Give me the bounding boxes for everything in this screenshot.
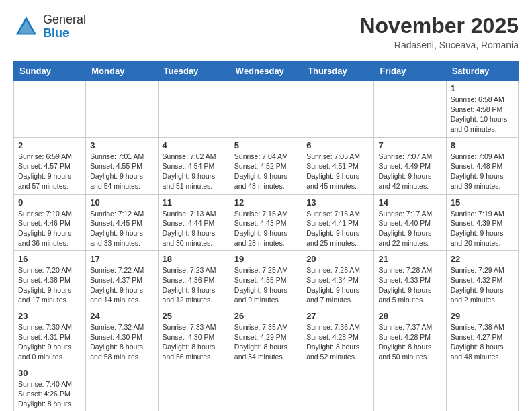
day-info: Sunrise: 7:32 AM Sunset: 4:30 PM Dayligh… xyxy=(90,322,153,362)
day-number: 30 xyxy=(18,368,81,378)
col-header-wednesday: Wednesday xyxy=(230,62,302,81)
calendar-cell: 1Sunrise: 6:58 AM Sunset: 4:58 PM Daylig… xyxy=(446,81,518,138)
calendar-cell xyxy=(374,365,446,411)
calendar-cell xyxy=(158,365,230,411)
day-number: 29 xyxy=(451,311,514,321)
day-info: Sunrise: 6:59 AM Sunset: 4:57 PM Dayligh… xyxy=(18,152,81,191)
day-info: Sunrise: 7:05 AM Sunset: 4:51 PM Dayligh… xyxy=(306,152,369,191)
logo-icon xyxy=(13,14,39,40)
week-row-1: 1Sunrise: 6:58 AM Sunset: 4:58 PM Daylig… xyxy=(14,81,519,138)
calendar-cell xyxy=(230,81,302,138)
week-row-5: 23Sunrise: 7:30 AM Sunset: 4:31 PM Dayli… xyxy=(14,308,519,365)
calendar-cell xyxy=(446,365,518,411)
day-info: Sunrise: 7:35 AM Sunset: 4:29 PM Dayligh… xyxy=(234,322,298,362)
day-number: 19 xyxy=(234,254,298,264)
calendar-cell: 11Sunrise: 7:13 AM Sunset: 4:44 PM Dayli… xyxy=(158,194,230,251)
day-info: Sunrise: 7:02 AM Sunset: 4:54 PM Dayligh… xyxy=(163,152,226,191)
day-info: Sunrise: 7:01 AM Sunset: 4:55 PM Dayligh… xyxy=(90,152,153,191)
day-info: Sunrise: 7:20 AM Sunset: 4:38 PM Dayligh… xyxy=(18,265,81,305)
calendar-cell: 17Sunrise: 7:22 AM Sunset: 4:37 PM Dayli… xyxy=(86,251,158,308)
calendar-cell: 26Sunrise: 7:35 AM Sunset: 4:29 PM Dayli… xyxy=(230,308,302,365)
calendar-cell: 25Sunrise: 7:33 AM Sunset: 4:30 PM Dayli… xyxy=(158,308,230,365)
calendar-cell xyxy=(14,81,86,138)
day-info: Sunrise: 7:37 AM Sunset: 4:28 PM Dayligh… xyxy=(378,322,441,362)
col-header-saturday: Saturday xyxy=(446,62,518,81)
day-info: Sunrise: 7:17 AM Sunset: 4:40 PM Dayligh… xyxy=(378,209,441,248)
calendar-cell: 22Sunrise: 7:29 AM Sunset: 4:32 PM Dayli… xyxy=(446,251,518,308)
page-header: General Blue November 2025 Radaseni, Suc… xyxy=(13,13,519,50)
day-number: 16 xyxy=(18,254,81,264)
calendar-cell: 18Sunrise: 7:23 AM Sunset: 4:36 PM Dayli… xyxy=(158,251,230,308)
day-number: 27 xyxy=(306,311,369,321)
day-info: Sunrise: 7:40 AM Sunset: 4:26 PM Dayligh… xyxy=(18,379,81,411)
day-info: Sunrise: 7:22 AM Sunset: 4:37 PM Dayligh… xyxy=(90,265,153,305)
calendar-cell: 21Sunrise: 7:28 AM Sunset: 4:33 PM Dayli… xyxy=(374,251,446,308)
day-info: Sunrise: 6:58 AM Sunset: 4:58 PM Dayligh… xyxy=(451,95,514,134)
calendar-header-row: SundayMondayTuesdayWednesdayThursdayFrid… xyxy=(14,62,519,81)
day-number: 7 xyxy=(378,140,441,150)
calendar-cell: 9Sunrise: 7:10 AM Sunset: 4:46 PM Daylig… xyxy=(14,194,86,251)
calendar-cell xyxy=(86,365,158,411)
week-row-4: 16Sunrise: 7:20 AM Sunset: 4:38 PM Dayli… xyxy=(14,251,519,308)
day-info: Sunrise: 7:12 AM Sunset: 4:45 PM Dayligh… xyxy=(90,209,153,248)
day-number: 20 xyxy=(306,254,369,264)
day-number: 21 xyxy=(378,254,441,264)
calendar-cell: 24Sunrise: 7:32 AM Sunset: 4:30 PM Dayli… xyxy=(86,308,158,365)
calendar-table: SundayMondayTuesdayWednesdayThursdayFrid… xyxy=(13,61,519,411)
day-info: Sunrise: 7:38 AM Sunset: 4:27 PM Dayligh… xyxy=(451,322,514,362)
col-header-monday: Monday xyxy=(86,62,158,81)
calendar-cell: 4Sunrise: 7:02 AM Sunset: 4:54 PM Daylig… xyxy=(158,137,230,194)
day-number: 3 xyxy=(90,140,153,150)
calendar-cell: 27Sunrise: 7:36 AM Sunset: 4:28 PM Dayli… xyxy=(302,308,374,365)
calendar-cell: 16Sunrise: 7:20 AM Sunset: 4:38 PM Dayli… xyxy=(14,251,86,308)
day-info: Sunrise: 7:13 AM Sunset: 4:44 PM Dayligh… xyxy=(163,209,226,248)
day-number: 26 xyxy=(234,311,298,321)
calendar-cell xyxy=(158,81,230,138)
day-number: 14 xyxy=(378,197,441,208)
day-info: Sunrise: 7:26 AM Sunset: 4:34 PM Dayligh… xyxy=(306,265,369,305)
calendar-cell: 14Sunrise: 7:17 AM Sunset: 4:40 PM Dayli… xyxy=(374,194,446,251)
day-number: 5 xyxy=(234,140,298,150)
day-info: Sunrise: 7:09 AM Sunset: 4:48 PM Dayligh… xyxy=(451,152,514,191)
day-info: Sunrise: 7:28 AM Sunset: 4:33 PM Dayligh… xyxy=(378,265,441,305)
calendar-cell: 8Sunrise: 7:09 AM Sunset: 4:48 PM Daylig… xyxy=(446,137,518,194)
col-header-thursday: Thursday xyxy=(302,62,374,81)
day-number: 11 xyxy=(163,197,226,208)
logo-text: General Blue xyxy=(43,13,86,40)
calendar-cell: 5Sunrise: 7:04 AM Sunset: 4:52 PM Daylig… xyxy=(230,137,302,194)
week-row-6: 30Sunrise: 7:40 AM Sunset: 4:26 PM Dayli… xyxy=(14,365,519,411)
day-number: 12 xyxy=(234,197,298,208)
day-number: 17 xyxy=(90,254,153,264)
calendar-cell: 6Sunrise: 7:05 AM Sunset: 4:51 PM Daylig… xyxy=(302,137,374,194)
day-number: 9 xyxy=(18,197,81,208)
logo: General Blue xyxy=(13,13,86,40)
week-row-3: 9Sunrise: 7:10 AM Sunset: 4:46 PM Daylig… xyxy=(14,194,519,251)
day-number: 28 xyxy=(378,311,441,321)
col-header-friday: Friday xyxy=(374,62,446,81)
day-info: Sunrise: 7:29 AM Sunset: 4:32 PM Dayligh… xyxy=(451,265,514,305)
day-number: 23 xyxy=(18,311,81,321)
col-header-sunday: Sunday xyxy=(14,62,86,81)
day-info: Sunrise: 7:33 AM Sunset: 4:30 PM Dayligh… xyxy=(163,322,226,362)
day-info: Sunrise: 7:15 AM Sunset: 4:43 PM Dayligh… xyxy=(234,209,298,248)
calendar-cell xyxy=(302,81,374,138)
day-info: Sunrise: 7:16 AM Sunset: 4:41 PM Dayligh… xyxy=(306,209,369,248)
calendar-cell: 3Sunrise: 7:01 AM Sunset: 4:55 PM Daylig… xyxy=(86,137,158,194)
calendar-cell: 10Sunrise: 7:12 AM Sunset: 4:45 PM Dayli… xyxy=(86,194,158,251)
calendar-cell: 28Sunrise: 7:37 AM Sunset: 4:28 PM Dayli… xyxy=(374,308,446,365)
day-number: 6 xyxy=(306,140,369,150)
day-info: Sunrise: 7:07 AM Sunset: 4:49 PM Dayligh… xyxy=(378,152,441,191)
calendar-cell: 23Sunrise: 7:30 AM Sunset: 4:31 PM Dayli… xyxy=(14,308,86,365)
calendar-cell: 7Sunrise: 7:07 AM Sunset: 4:49 PM Daylig… xyxy=(374,137,446,194)
day-number: 24 xyxy=(90,311,153,321)
calendar-cell xyxy=(230,365,302,411)
month-title: November 2025 xyxy=(359,13,519,38)
calendar-cell: 29Sunrise: 7:38 AM Sunset: 4:27 PM Dayli… xyxy=(446,308,518,365)
day-number: 4 xyxy=(163,140,226,150)
calendar-cell: 20Sunrise: 7:26 AM Sunset: 4:34 PM Dayli… xyxy=(302,251,374,308)
day-info: Sunrise: 7:23 AM Sunset: 4:36 PM Dayligh… xyxy=(163,265,226,305)
day-info: Sunrise: 7:25 AM Sunset: 4:35 PM Dayligh… xyxy=(234,265,298,305)
day-number: 2 xyxy=(18,140,81,150)
location: Radaseni, Suceava, Romania xyxy=(359,40,519,50)
calendar-cell: 13Sunrise: 7:16 AM Sunset: 4:41 PM Dayli… xyxy=(302,194,374,251)
